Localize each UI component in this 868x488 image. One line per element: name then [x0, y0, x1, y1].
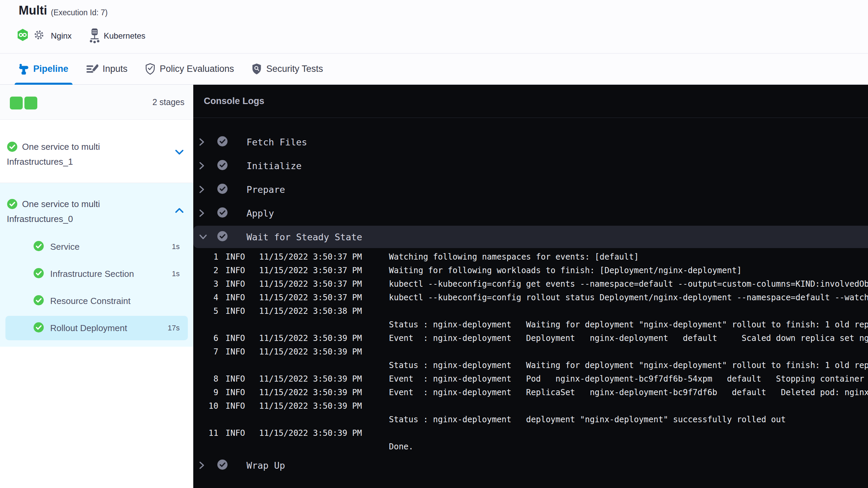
log-line-number: [193, 318, 218, 331]
tab-pipeline[interactable]: Pipeline: [15, 54, 73, 84]
log-timestamp: 11/15/2022 3:50:37 PM: [259, 264, 362, 277]
console-step-row[interactable]: Initialize: [193, 154, 868, 178]
tab-security-tests[interactable]: Security Tests: [248, 54, 327, 84]
service-name-label[interactable]: Nginx: [51, 31, 72, 41]
log-level: INFO: [225, 277, 245, 291]
log-message: Status : nginx-deployment Waiting for de…: [389, 318, 868, 331]
console-step-row[interactable]: Fetch Files: [193, 130, 868, 154]
console-step-row[interactable]: Prepare: [193, 178, 868, 201]
log-level: INFO: [225, 345, 245, 359]
success-check-icon: [33, 241, 44, 251]
step-success-icon-slot: [217, 459, 228, 471]
log-line-number: [193, 413, 218, 426]
stage-card-infrastructures-0: One service to multi Infrastructures_0 S…: [0, 183, 193, 347]
chevron-right-icon: [199, 138, 205, 146]
log-message: kubectl --kubeconfig=config get events -…: [389, 277, 868, 291]
log-timestamp: 11/15/2022 3:50:39 PM: [259, 399, 362, 413]
log-message: Watching following namespaces for events…: [389, 250, 639, 264]
log-level: INFO: [225, 250, 245, 264]
console-step-label: Wait for Steady State: [246, 232, 362, 242]
chevron-down-icon: [199, 234, 208, 240]
log-line: 1 INFO 11/15/2022 3:50:37 PM Watching fo…: [193, 250, 868, 264]
stage-name[interactable]: One service to multi Infrastructures_0: [7, 198, 136, 225]
chevron-down-icon[interactable]: [175, 149, 184, 155]
log-line: Status : nginx-deployment deployment "ng…: [193, 413, 868, 426]
chevron-up-icon[interactable]: [175, 208, 184, 213]
tab-label: Pipeline: [33, 64, 68, 74]
success-check-slot: [33, 268, 44, 280]
tab-inputs[interactable]: Inputs: [82, 54, 132, 84]
log-line: Status : nginx-deployment Waiting for de…: [193, 318, 868, 331]
log-message: Event : nginx-deployment Pod nginx-deplo…: [389, 372, 868, 386]
sidebar-step-row[interactable]: Rollout Deployment 17s: [5, 316, 188, 340]
log-timestamp: 11/15/2022 3:50:38 PM: [259, 304, 362, 318]
stage-sidebar: 2 stages One service to multi Infrastruc…: [0, 85, 193, 488]
sidebar-step-row[interactable]: Service 1s: [5, 235, 188, 259]
console-step-row[interactable]: Apply: [193, 201, 868, 225]
chevron-right-icon: [199, 209, 205, 218]
tab-bar: Pipeline Inputs: [0, 54, 868, 85]
log-level: INFO: [225, 304, 245, 318]
tab-label: Security Tests: [266, 64, 323, 74]
sidebar-step-label: Service: [50, 242, 80, 252]
log-line: 6 INFO 11/15/2022 3:50:39 PM Event : ngi…: [193, 331, 868, 345]
log-line-number: [193, 440, 218, 453]
success-check-icon: [33, 268, 44, 279]
log-message: Event : nginx-deployment Deployment ngin…: [389, 331, 868, 345]
log-message: Status : nginx-deployment Waiting for de…: [389, 359, 868, 372]
sidebar-step-label: Infrastructure Section: [50, 269, 134, 279]
log-message: Status : nginx-deployment deployment "ng…: [389, 413, 786, 426]
success-check-icon: [7, 199, 18, 209]
log-line-number: 2: [193, 264, 218, 277]
log-level: INFO: [225, 291, 245, 304]
tab-policy-evaluations[interactable]: Policy Evaluations: [141, 54, 238, 84]
log-level: INFO: [225, 372, 245, 386]
step-success-icon-slot: [217, 136, 228, 148]
console-content: Fetch Files Initialize Prepare Apply: [193, 118, 868, 488]
chevron-right-icon: [199, 185, 205, 194]
security-shield-icon: [252, 63, 262, 75]
success-check-slot: [7, 199, 18, 213]
step-success-icon-slot: [217, 183, 228, 196]
log-line-number: 8: [193, 372, 218, 386]
chevron-right-icon: [199, 161, 205, 170]
log-timestamp: 11/15/2022 3:50:39 PM: [259, 426, 362, 440]
log-message: Done.: [389, 440, 413, 453]
log-level: INFO: [225, 426, 245, 440]
infrastructure-icon: [90, 28, 100, 44]
harness-cd-icon: [17, 28, 28, 41]
log-line: 2 INFO 11/15/2022 3:50:37 PM Waiting for…: [193, 264, 868, 277]
inputs-icon: [86, 64, 98, 75]
log-line-number: 7: [193, 345, 218, 359]
log-line: 10 INFO 11/15/2022 3:50:39 PM: [193, 399, 868, 413]
log-timestamp: 11/15/2022 3:50:39 PM: [259, 331, 362, 345]
stage-count: 2 stages: [152, 97, 184, 107]
log-timestamp: 11/15/2022 3:50:39 PM: [259, 345, 362, 359]
log-timestamp: 11/15/2022 3:50:39 PM: [259, 372, 362, 386]
log-level: INFO: [225, 264, 245, 277]
log-line-number: 11: [193, 426, 218, 440]
execution-id: (Execution Id: 7): [51, 8, 107, 17]
console-step-row[interactable]: Wait for Steady State: [193, 226, 868, 248]
sidebar-step-label: Rollout Deployment: [50, 323, 127, 333]
log-line: 4 INFO 11/15/2022 3:50:37 PM kubectl --k…: [193, 291, 868, 304]
log-line-number: 4: [193, 291, 218, 304]
console-step-row[interactable]: Wrap Up: [193, 453, 868, 477]
console-logs-title: Console Logs: [204, 96, 264, 106]
pipeline-icon: [19, 63, 29, 75]
step-success-icon-slot: [217, 231, 228, 243]
stage-name: One service to multi Infrastructures_1: [7, 141, 136, 168]
sidebar-step-row[interactable]: Infrastructure Section 1s: [5, 262, 188, 286]
success-check-icon: [7, 141, 18, 152]
stage-card-infrastructures-1[interactable]: One service to multi Infrastructures_1: [0, 120, 193, 183]
log-level: INFO: [225, 331, 245, 345]
log-line: 9 INFO 11/15/2022 3:50:39 PM Event : ngi…: [193, 386, 868, 399]
success-check-slot: [33, 322, 44, 334]
infrastructure-name-label[interactable]: Kubernetes: [104, 31, 145, 41]
sidebar-step-duration: 1s: [172, 269, 180, 278]
log-timestamp: 11/15/2022 3:50:37 PM: [259, 250, 362, 264]
stage-status-square: [24, 97, 37, 109]
step-success-icon-slot: [217, 160, 228, 172]
console-step-label: Wrap Up: [246, 460, 285, 471]
sidebar-step-row[interactable]: Resource Constraint: [5, 289, 188, 313]
